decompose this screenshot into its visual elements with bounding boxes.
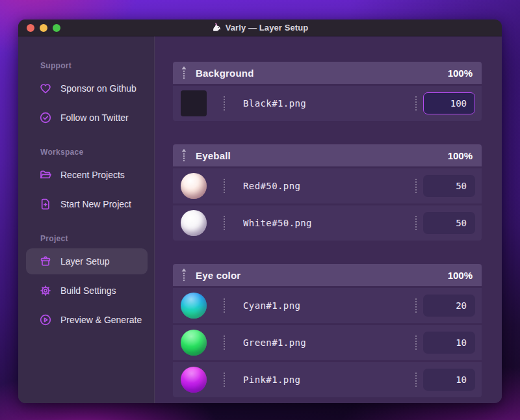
layer-filename: Black#1.png (243, 98, 306, 109)
window-title: Varly — Layer Setup (18, 23, 502, 33)
layer-row: White#50.png (173, 205, 482, 241)
sidebar-item-follow-on-twitter[interactable]: Follow on Twitter (26, 105, 148, 131)
layer-row: Pink#1.png (173, 362, 482, 397)
sidebar-item-label: Layer Setup (60, 256, 110, 267)
dotted-divider (415, 373, 417, 387)
group-header: Background 100% (173, 62, 482, 84)
group-title: Eyeball (196, 150, 231, 161)
layer-filename: Green#1.png (243, 337, 306, 348)
dotted-divider (415, 179, 417, 193)
layer-weight-input[interactable] (423, 92, 475, 114)
layer-thumbnail-pink-sphere (181, 367, 207, 393)
sidebar-item-label: Sponsor on Github (60, 83, 136, 94)
layer-weight-input[interactable] (423, 212, 475, 234)
layer-thumbnail-white-sphere (181, 210, 207, 236)
sidebar-item-label: Preview & Generate (60, 315, 142, 325)
heart-icon (39, 82, 52, 95)
sidebar-item-sponsor-on-github[interactable]: Sponsor on Github (26, 75, 148, 101)
sidebar-item-label: Follow on Twitter (60, 112, 129, 123)
layer-list: Background 100% Black#1.png (155, 36, 502, 403)
window-title-text: Varly — Layer Setup (226, 23, 309, 33)
layer-row: Green#1.png (173, 325, 482, 360)
dotted-divider (224, 335, 225, 350)
layer-weight-input[interactable] (423, 369, 475, 391)
layer-thumbnail-cyan-sphere (181, 293, 207, 319)
layer-weight-input[interactable] (423, 295, 475, 317)
sidebar-section-project: Project (40, 234, 148, 243)
layer-weight-input[interactable] (423, 175, 475, 197)
group-title: Background (196, 68, 254, 79)
layer-filename: Red#50.png (243, 181, 300, 191)
layer-group-eyeball: Eyeball 100% Red#50.png (173, 144, 482, 241)
dotted-divider (224, 373, 225, 387)
drag-handle-icon[interactable] (181, 148, 187, 163)
sidebar-section-support: Support (40, 61, 148, 70)
unicorn-icon (212, 23, 222, 33)
sidebar-item-layer-setup[interactable]: Layer Setup (26, 248, 148, 274)
sidebar-item-label: Start New Project (60, 199, 131, 209)
sidebar-item-start-new-project[interactable]: Start New Project (26, 191, 148, 217)
drag-handle-icon[interactable] (181, 268, 187, 282)
layer-filename: White#50.png (243, 218, 312, 228)
layer-filename: Pink#1.png (243, 374, 300, 385)
layer-thumbnail-red-sphere (181, 173, 207, 199)
layer-filename: Cyan#1.png (243, 300, 300, 311)
group-weight: 100% (448, 68, 473, 79)
dotted-divider (415, 216, 417, 230)
folder-icon (39, 168, 52, 181)
sidebar-item-label: Recent Projects (60, 170, 125, 180)
sidebar-item-label: Build Settings (60, 285, 116, 296)
layer-weight-input[interactable] (423, 332, 475, 354)
layer-group-eye-color: Eye color 100% Cyan#1.png (173, 264, 482, 397)
group-header: Eye color 100% (173, 264, 482, 286)
gear-icon (39, 284, 52, 297)
dotted-divider (415, 298, 417, 313)
play-circle-icon (39, 313, 52, 326)
dotted-divider (224, 179, 225, 193)
group-weight: 100% (448, 150, 473, 161)
sidebar: Support Sponsor on Github Follow on Twit… (18, 36, 155, 403)
archive-box-icon (39, 255, 52, 268)
drag-handle-icon[interactable] (181, 66, 187, 80)
group-header: Eyeball 100% (173, 144, 482, 166)
layer-row: Red#50.png (173, 168, 482, 203)
sidebar-item-recent-projects[interactable]: Recent Projects (26, 162, 148, 188)
dotted-divider (224, 298, 225, 313)
layer-row: Black#1.png (173, 86, 482, 121)
app-window: Varly — Layer Setup Support Sponsor on G… (18, 20, 502, 403)
sidebar-item-build-settings[interactable]: Build Settings (26, 278, 148, 304)
layer-group-background: Background 100% Black#1.png (173, 62, 482, 121)
layer-thumbnail-black-swatch (181, 90, 207, 116)
group-title: Eye color (196, 270, 240, 281)
dotted-divider (224, 96, 225, 111)
group-weight: 100% (448, 270, 473, 281)
layer-thumbnail-green-sphere (181, 330, 207, 356)
dotted-divider (415, 96, 417, 111)
dotted-divider (224, 216, 225, 230)
sidebar-item-preview-generate[interactable]: Preview & Generate (26, 307, 148, 333)
file-plus-icon (39, 198, 52, 211)
badge-check-icon (39, 111, 52, 124)
sidebar-section-workspace: Workspace (40, 148, 148, 157)
layer-row: Cyan#1.png (173, 288, 482, 323)
titlebar: Varly — Layer Setup (18, 20, 502, 36)
dotted-divider (415, 335, 417, 350)
